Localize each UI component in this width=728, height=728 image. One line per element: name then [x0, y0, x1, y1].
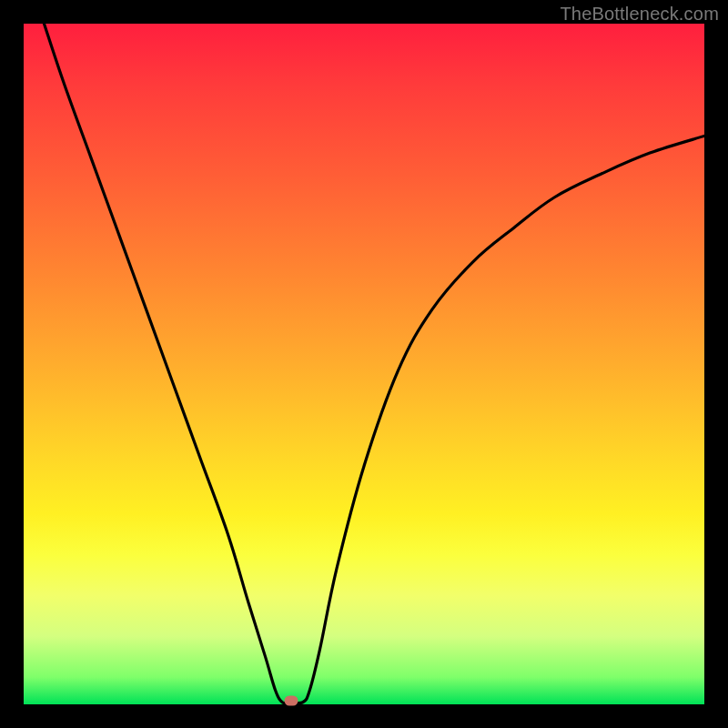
watermark-text: TheBottleneck.com: [560, 4, 719, 25]
curve-svg: [24, 24, 704, 704]
chart-frame: TheBottleneck.com: [0, 0, 728, 728]
bottleneck-curve: [44, 24, 704, 703]
optimum-marker: [284, 696, 298, 706]
plot-area: [24, 24, 704, 704]
